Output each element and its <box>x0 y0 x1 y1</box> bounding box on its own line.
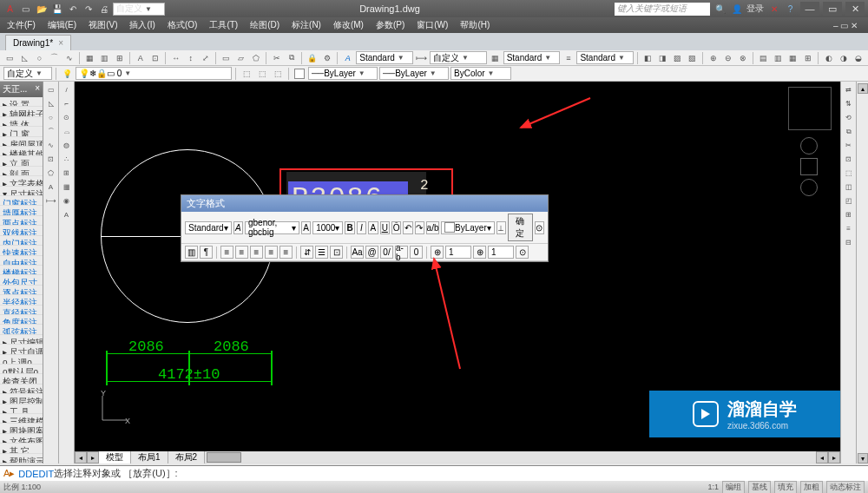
numbering-button[interactable]: ☰ <box>315 246 328 259</box>
tool-icon[interactable]: 🔒 <box>306 51 319 64</box>
tool-icon[interactable]: ▧ <box>686 51 699 64</box>
tool-icon[interactable]: ⊞ <box>60 167 73 180</box>
list-item[interactable]: ▸ 剖 面 <box>0 167 43 176</box>
v-scrollbar[interactable]: ▴ ▾ <box>856 82 868 463</box>
modify-tool-icon[interactable]: ⊡ <box>842 153 855 166</box>
annot-icon[interactable]: A <box>301 221 311 234</box>
te-size-combo[interactable]: 1000 ▾ <box>312 221 343 234</box>
tool-icon[interactable]: ◺ <box>18 51 31 64</box>
menu-window[interactable]: 窗口(W) <box>417 19 448 31</box>
help-search[interactable]: 键入关键字或短语 <box>615 3 710 16</box>
tool-icon[interactable]: ▱ <box>234 51 247 64</box>
ruler-button[interactable]: ⟂ <box>496 221 506 234</box>
tool-icon[interactable]: ▭ <box>44 83 57 96</box>
scroll-end-right-icon[interactable]: ▸ <box>828 451 840 463</box>
font-icon[interactable]: A <box>233 221 243 234</box>
undo-button[interactable]: ↶ <box>403 221 412 234</box>
width-button[interactable]: 0 <box>410 246 423 259</box>
list-item[interactable]: ▸ 文件布图 <box>0 434 43 444</box>
search-icon[interactable]: 🔍 <box>713 3 727 16</box>
list-item[interactable]: 两点标注 <box>0 216 43 226</box>
menu-help[interactable]: 帮助(H) <box>460 19 490 31</box>
redo-button[interactable]: ↷ <box>415 221 424 234</box>
list-item[interactable]: ▸ 工 具 <box>0 404 43 414</box>
status-toggle[interactable]: 填充 <box>774 481 797 494</box>
scroll-end-left-icon[interactable]: ◂ <box>816 451 828 463</box>
list-item[interactable]: 门窗标注 <box>0 196 43 206</box>
ml-style-combo[interactable]: Standard▼ <box>576 51 634 64</box>
tool-icon[interactable]: ↔ <box>169 51 182 64</box>
open-icon[interactable]: 📂 <box>35 3 48 16</box>
menu-edit[interactable]: 编辑(E) <box>48 19 76 31</box>
layout-tab-1[interactable]: 布局1 <box>131 451 168 463</box>
tool-icon[interactable]: ⌒ <box>44 125 57 138</box>
menu-file[interactable]: 文件(F) <box>7 19 36 31</box>
dim-style-icon[interactable]: ⟼ <box>415 51 428 64</box>
orbit-icon[interactable] <box>800 179 818 196</box>
te-font-combo[interactable]: gbenor, gbcbig ▾ <box>245 221 299 234</box>
width-factor[interactable]: 1 <box>445 246 471 259</box>
list-item[interactable]: 自由标注 <box>0 256 43 266</box>
tool-icon[interactable]: ⊕ <box>707 51 720 64</box>
status-toggle[interactable]: 动态标注 <box>826 481 865 494</box>
list-item[interactable]: ▸ 尺寸编辑 <box>0 335 43 345</box>
list-item[interactable]: 检查关闭 <box>0 374 43 384</box>
menu-format[interactable]: 格式(O) <box>168 19 197 31</box>
tool-icon[interactable]: A <box>60 208 73 221</box>
modify-tool-icon[interactable]: ≡ <box>842 222 855 235</box>
list-item[interactable]: ▸ 设 置 <box>0 97 43 107</box>
columns-button[interactable]: ▥ <box>185 246 198 259</box>
list-item[interactable]: ▸ 尺寸自调 <box>0 345 43 354</box>
tool-icon[interactable]: ⬠ <box>249 51 262 64</box>
list-item[interactable]: ▸ 其 它 <box>0 444 43 453</box>
modify-tool-icon[interactable]: ⇅ <box>842 97 855 110</box>
tool-icon[interactable]: ⚙ <box>320 51 333 64</box>
list-item[interactable]: ▸ 立 面 <box>0 156 43 166</box>
list-item[interactable]: 逐点标注 <box>0 286 43 295</box>
ok-button[interactable]: 确定 <box>508 214 532 241</box>
print-icon[interactable]: 🖨 <box>97 3 110 16</box>
underline-button[interactable]: U <box>380 221 390 234</box>
tracking-factor[interactable]: 1 <box>488 246 514 259</box>
tool-icon[interactable]: ∿ <box>62 51 76 64</box>
list-item[interactable]: ▸ 门 窗 <box>0 127 43 136</box>
tool-icon[interactable]: ⧉ <box>285 51 298 64</box>
list-item[interactable]: 墙厚标注 <box>0 206 43 215</box>
list-item[interactable]: ▸ 墙 体 <box>0 117 43 127</box>
list-item[interactable]: o默认层o <box>0 365 43 374</box>
tool-icon[interactable]: ⊡ <box>148 51 161 64</box>
list-item[interactable]: 内门标注 <box>0 236 43 246</box>
ml-style-icon[interactable]: ≡ <box>562 51 575 64</box>
overline-button[interactable]: Ō <box>391 221 401 234</box>
tool-icon[interactable]: ⌓ <box>60 125 73 138</box>
maximize-button[interactable]: ▭ <box>823 2 842 16</box>
left-panel-header[interactable]: 天正...× <box>0 82 43 97</box>
layer-tool-icon[interactable]: ⬚ <box>255 67 269 80</box>
new-icon[interactable]: ▭ <box>19 3 32 16</box>
tool-icon[interactable]: ⊡ <box>44 153 57 166</box>
options-button[interactable]: ⊙ <box>535 221 544 234</box>
te-style-combo[interactable]: Standard ▾ <box>185 221 232 234</box>
tool-icon[interactable]: ◉ <box>60 194 73 207</box>
modify-tool-icon[interactable]: ◫ <box>842 181 855 194</box>
zoom-icon[interactable] <box>800 158 818 175</box>
scroll-up-icon[interactable]: ▴ <box>858 83 868 94</box>
workspace-combo[interactable]: 自定义▼ <box>113 3 165 16</box>
status-toggle[interactable]: 基线 <box>748 481 771 494</box>
tool-icon[interactable]: ⊞ <box>801 51 814 64</box>
tracking-button[interactable]: a-b <box>395 246 408 259</box>
list-item[interactable]: 楼梯标注 <box>0 266 43 275</box>
layout-tab-model[interactable]: 模型 <box>99 451 131 463</box>
tool-icon[interactable]: A <box>44 181 57 194</box>
status-scale[interactable]: 比例 1:100 <box>3 482 41 493</box>
tool-icon[interactable]: / <box>60 83 73 96</box>
italic-button[interactable]: I <box>357 221 366 234</box>
list-item[interactable]: 直径标注 <box>0 306 43 315</box>
list-item[interactable]: 快速标注 <box>0 246 43 255</box>
dist-button[interactable]: ≡ <box>279 246 293 259</box>
minimize-button[interactable]: — <box>800 2 819 16</box>
tool-icon[interactable]: ⤢ <box>199 51 212 64</box>
bold-button[interactable]: B <box>345 221 354 234</box>
status-toggle[interactable]: 编组 <box>722 481 745 494</box>
align-left-button[interactable]: ≡ <box>220 246 233 259</box>
